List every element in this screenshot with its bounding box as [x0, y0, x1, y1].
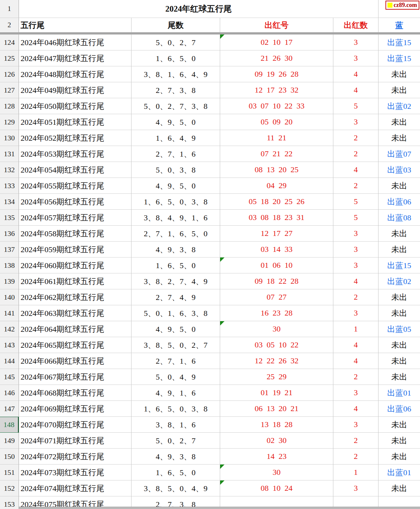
row-header[interactable]: 130: [0, 130, 19, 146]
cell-red-numbers[interactable]: 09 19 26 28: [220, 66, 333, 82]
cell-red-numbers[interactable]: 05 09 20: [220, 114, 333, 130]
cell-blue-result[interactable]: 未出: [378, 226, 420, 242]
cell-red-count[interactable]: 3: [333, 242, 378, 257]
cell-tails[interactable]: 3、8、4、9、1、6: [131, 210, 220, 226]
cell-blue-result[interactable]: 未出: [378, 337, 420, 353]
cell-tails[interactable]: 4、9、3、8: [131, 449, 220, 465]
cell-red-count[interactable]: 5: [333, 98, 378, 114]
cell-tails[interactable]: 1、6、5、0: [131, 465, 220, 480]
cell-red-count[interactable]: 4: [333, 273, 378, 289]
cell-red-count[interactable]: 2: [333, 369, 378, 385]
page-title[interactable]: 2024年红球五行尾: [19, 0, 378, 18]
cell-red-numbers[interactable]: 05 18 20 25 26: [220, 194, 333, 210]
cell-red-numbers[interactable]: 30: [220, 321, 333, 337]
cell-period[interactable]: 2024年052期红球五行尾: [19, 130, 131, 146]
cell-red-numbers[interactable]: 14 23: [220, 449, 333, 465]
cell-tails[interactable]: 5、0、3、8: [131, 162, 220, 178]
cell-period[interactable]: 2024年068期红球五行尾: [19, 385, 131, 401]
row-header[interactable]: 150: [0, 449, 19, 465]
cell-red-count[interactable]: 2: [333, 449, 378, 465]
cell-period[interactable]: 2024年057期红球五行尾: [19, 210, 131, 226]
cell-period[interactable]: 2024年064期红球五行尾: [19, 321, 131, 337]
cell-blue-result[interactable]: 未出: [378, 178, 420, 194]
cell-period[interactable]: 2024年051期红球五行尾: [19, 114, 131, 130]
row-header[interactable]: 144: [0, 353, 19, 369]
cell-period[interactable]: 2024年059期红球五行尾: [19, 242, 131, 257]
cell-blue-result[interactable]: 未出: [378, 480, 420, 496]
row-header[interactable]: 149: [0, 433, 19, 449]
cell-blue-result[interactable]: 出蓝07: [378, 146, 420, 162]
cell-red-count[interactable]: 2: [333, 289, 378, 305]
cell-period[interactable]: 2024年062期红球五行尾: [19, 289, 131, 305]
cell-blue-result[interactable]: 出蓝06: [378, 194, 420, 210]
cell-tails[interactable]: 2、7、1、6: [131, 146, 220, 162]
cell-red-numbers[interactable]: 02 10 17: [220, 35, 333, 50]
cell-tails[interactable]: 1、6、5、0、3、8: [131, 401, 220, 417]
row-header[interactable]: 146: [0, 385, 19, 401]
cell-blue-result[interactable]: 未出: [378, 130, 420, 146]
cell-period[interactable]: 2024年055期红球五行尾: [19, 178, 131, 194]
cell-period[interactable]: 2024年074期红球五行尾: [19, 480, 131, 496]
row-header[interactable]: 139: [0, 273, 19, 289]
cell-blue-result[interactable]: 出蓝01: [378, 465, 420, 480]
cell-blue-result[interactable]: 出蓝05: [378, 321, 420, 337]
cell-blue-result[interactable]: 未出: [378, 369, 420, 385]
cell-red-numbers[interactable]: 21 26 30: [220, 50, 333, 66]
cell-red-count[interactable]: 3: [333, 305, 378, 321]
cell-red-count[interactable]: 3: [333, 257, 378, 273]
cell-red-numbers[interactable]: 03 14 33: [220, 242, 333, 257]
row-header[interactable]: 142: [0, 321, 19, 337]
column-header-red-count[interactable]: 出红数: [333, 18, 378, 33]
cell-tails[interactable]: 5、0、1、6、3、8: [131, 305, 220, 321]
cell-tails[interactable]: 2、7、1、6、5、0: [131, 226, 220, 242]
cell-red-numbers[interactable]: 12 22 26 32: [220, 353, 333, 369]
cell-red-count[interactable]: 3: [333, 226, 378, 242]
cell-tails[interactable]: 1、6、4、9: [131, 130, 220, 146]
cell-red-numbers[interactable]: 07 21 22: [220, 146, 333, 162]
row-header[interactable]: 137: [0, 242, 19, 257]
cell-period[interactable]: 2024年065期红球五行尾: [19, 337, 131, 353]
cell-red-count[interactable]: 4: [333, 66, 378, 82]
cell-red-count[interactable]: 4: [333, 353, 378, 369]
row-header[interactable]: 153: [0, 496, 19, 509]
cell-blue-result[interactable]: 未出: [378, 353, 420, 369]
cell-red-numbers[interactable]: 03 07 10 22 33: [220, 98, 333, 114]
cell-period[interactable]: 2024年070期红球五行尾: [19, 417, 131, 433]
cell-red-numbers[interactable]: 16 23 28: [220, 305, 333, 321]
row-header[interactable]: 127: [0, 82, 19, 98]
cell-red-numbers[interactable]: 30: [220, 465, 333, 480]
cell-red-numbers[interactable]: 01 19 21: [220, 385, 333, 401]
cell-red-numbers[interactable]: 02 30: [220, 433, 333, 449]
cell-blue-result[interactable]: 未出: [378, 82, 420, 98]
cell-tails[interactable]: 4、9、5、0: [131, 178, 220, 194]
cell-period[interactable]: 2024年050期红球五行尾: [19, 98, 131, 114]
cell-red-count[interactable]: 4: [333, 162, 378, 178]
cell-tails[interactable]: 3、8、1、6、4、9: [131, 66, 220, 82]
cell-red-count[interactable]: 3: [333, 35, 378, 50]
cell-blue-result[interactable]: 出蓝01: [378, 385, 420, 401]
row-header[interactable]: 125: [0, 50, 19, 66]
cell-red-count[interactable]: 1: [333, 465, 378, 480]
cell-red-numbers[interactable]: 08 10 24: [220, 480, 333, 496]
cell-red-count[interactable]: 4: [333, 401, 378, 417]
horizontal-scrollbar[interactable]: [19, 507, 420, 509]
cell-period[interactable]: 2024年063期红球五行尾: [19, 305, 131, 321]
cell-tails[interactable]: 3、8、1、6: [131, 417, 220, 433]
cell-period[interactable]: 2024年048期红球五行尾: [19, 66, 131, 82]
cell-red-count[interactable]: 5: [333, 194, 378, 210]
column-header-period[interactable]: 五行尾: [19, 18, 131, 33]
cell-blue-result[interactable]: 未出: [378, 305, 420, 321]
cell-blue-result[interactable]: 未出: [378, 433, 420, 449]
cell-red-numbers[interactable]: 09 18 22 28: [220, 273, 333, 289]
cell-red-count[interactable]: 2: [333, 130, 378, 146]
cell-period[interactable]: 2024年073期红球五行尾: [19, 465, 131, 480]
cell-red-numbers[interactable]: 06 13 20 21: [220, 401, 333, 417]
row-header[interactable]: 138: [0, 257, 19, 273]
row-header[interactable]: 145: [0, 369, 19, 385]
cell-blue-result[interactable]: 未出: [378, 417, 420, 433]
cell-red-count[interactable]: 1: [333, 321, 378, 337]
cell-red-count[interactable]: 3: [333, 114, 378, 130]
row-header[interactable]: 134: [0, 194, 19, 210]
cell-red-count[interactable]: 3: [333, 417, 378, 433]
cell-tails[interactable]: 2、7、3、8: [131, 82, 220, 98]
